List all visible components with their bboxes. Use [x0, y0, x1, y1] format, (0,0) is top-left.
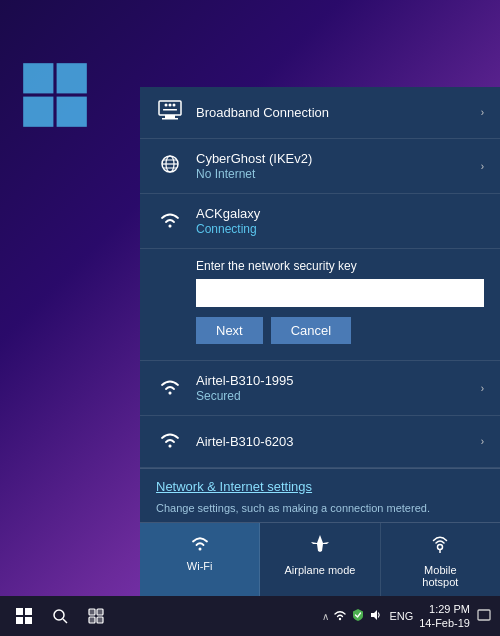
airtel1-wifi-icon: [156, 375, 184, 402]
ackgalaxy-status: Connecting: [196, 222, 484, 236]
settings-link[interactable]: Network & Internet settings: [156, 479, 484, 494]
language-indicator[interactable]: ENG: [389, 610, 413, 622]
network-panel: Broadband Connection › CyberGhost (IKEv2…: [140, 87, 500, 596]
svg-point-20: [438, 545, 443, 550]
network-item-ackgalaxy[interactable]: ACKgalaxy Connecting: [140, 194, 500, 249]
svg-point-19: [198, 548, 201, 551]
svg-point-16: [169, 224, 172, 227]
airtel1-name: Airtel-B310-1995: [196, 373, 469, 388]
airtel1-status: Secured: [196, 389, 469, 403]
broadband-name: Broadband Connection: [196, 105, 469, 120]
svg-point-8: [169, 104, 172, 107]
quick-action-wifi[interactable]: Wi-Fi: [140, 523, 260, 596]
wifi-quick-icon: [189, 533, 211, 556]
svg-rect-34: [478, 610, 490, 620]
airtel2-name: Airtel-B310-6203: [196, 434, 469, 449]
svg-rect-4: [159, 101, 181, 115]
svg-point-9: [173, 104, 176, 107]
search-button[interactable]: [44, 600, 76, 632]
svg-rect-1: [57, 63, 87, 93]
windows-logo: [20, 60, 90, 134]
svg-point-17: [169, 391, 172, 394]
start-button[interactable]: [8, 600, 40, 632]
network-taskbar-icon[interactable]: [333, 609, 347, 624]
taskbar-sys-icons: ∧: [322, 608, 383, 625]
ackgalaxy-name: ACKgalaxy: [196, 206, 484, 221]
notifications-icon[interactable]: [476, 607, 492, 625]
svg-rect-3: [57, 97, 87, 127]
quick-action-airplane[interactable]: Airplane mode: [260, 523, 380, 596]
security-buttons: Next Cancel: [196, 317, 484, 344]
desktop: Broadband Connection › CyberGhost (IKEv2…: [0, 0, 500, 636]
svg-rect-6: [162, 118, 178, 120]
svg-point-32: [339, 617, 341, 619]
airtel2-chevron: ›: [481, 436, 484, 447]
svg-rect-0: [23, 63, 53, 93]
shield-taskbar-icon[interactable]: [351, 608, 365, 625]
cyberghost-name: CyberGhost (IKEv2): [196, 151, 469, 166]
svg-rect-10: [163, 109, 177, 111]
svg-rect-25: [25, 617, 32, 624]
quick-actions: Wi-Fi Airplane mode: [140, 522, 500, 596]
svg-rect-31: [97, 617, 103, 623]
security-key-input[interactable]: [196, 279, 484, 307]
next-button[interactable]: Next: [196, 317, 263, 344]
svg-point-18: [169, 445, 172, 448]
taskbar-time-display: 1:29 PM: [419, 602, 470, 616]
taskbar-left: [8, 600, 112, 632]
taskbar-date-display: 14-Feb-19: [419, 616, 470, 630]
settings-desc: Change settings, such as making a connec…: [156, 502, 430, 514]
cyberghost-info: CyberGhost (IKEv2) No Internet: [196, 151, 469, 181]
svg-rect-22: [16, 608, 23, 615]
ackgalaxy-info: ACKgalaxy Connecting: [196, 206, 484, 236]
speaker-icon[interactable]: [369, 608, 383, 625]
svg-rect-2: [23, 97, 53, 127]
hotspot-icon: [429, 533, 451, 560]
broadband-info: Broadband Connection: [196, 105, 469, 120]
airtel1-info: Airtel-B310-1995 Secured: [196, 373, 469, 403]
quick-action-hotspot[interactable]: Mobilehotspot: [381, 523, 500, 596]
svg-rect-24: [16, 617, 23, 624]
svg-rect-23: [25, 608, 32, 615]
broadband-chevron: ›: [481, 107, 484, 118]
svg-marker-33: [371, 610, 377, 620]
svg-point-7: [165, 104, 168, 107]
svg-line-27: [63, 619, 67, 623]
svg-rect-5: [165, 115, 175, 118]
airtel2-info: Airtel-B310-6203: [196, 434, 469, 449]
airplane-icon: [309, 533, 331, 560]
svg-point-26: [54, 610, 64, 620]
chevron-up-icon[interactable]: ∧: [322, 611, 329, 622]
taskbar-right: ∧: [322, 602, 492, 631]
ackgalaxy-wifi-icon: [156, 208, 184, 235]
network-item-airtel2[interactable]: Airtel-B310-6203 ›: [140, 416, 500, 468]
broadband-icon: [156, 99, 184, 126]
airplane-quick-label: Airplane mode: [285, 564, 356, 576]
airtel1-chevron: ›: [481, 383, 484, 394]
taskbar: ∧: [0, 596, 500, 636]
network-item-cyberghost[interactable]: CyberGhost (IKEv2) No Internet ›: [140, 139, 500, 194]
taskbar-clock[interactable]: 1:29 PM 14-Feb-19: [419, 602, 470, 631]
cyberghost-chevron: ›: [481, 161, 484, 172]
settings-link-area: Network & Internet settings Change setti…: [140, 468, 500, 522]
svg-rect-30: [89, 617, 95, 623]
svg-rect-29: [97, 609, 103, 615]
ackgalaxy-security-form: Enter the network security key Next Canc…: [140, 249, 500, 361]
network-item-broadband[interactable]: Broadband Connection ›: [140, 87, 500, 139]
network-item-airtel1[interactable]: Airtel-B310-1995 Secured ›: [140, 361, 500, 416]
task-view-button[interactable]: [80, 600, 112, 632]
security-key-label: Enter the network security key: [196, 259, 484, 273]
wifi-quick-label: Wi-Fi: [187, 560, 213, 572]
hotspot-quick-label: Mobilehotspot: [422, 564, 458, 588]
vpn-icon: [156, 153, 184, 180]
svg-rect-28: [89, 609, 95, 615]
cyberghost-status: No Internet: [196, 167, 469, 181]
cancel-button[interactable]: Cancel: [271, 317, 351, 344]
airtel2-wifi-icon: [156, 428, 184, 455]
